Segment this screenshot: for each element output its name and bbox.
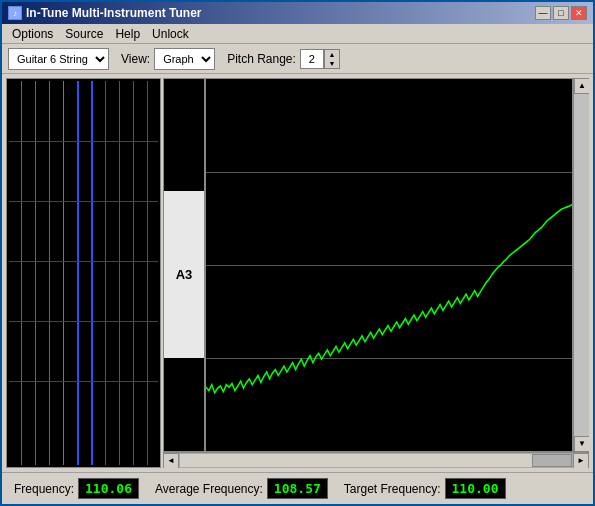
minimize-button[interactable]: —: [535, 6, 551, 20]
pitch-range-down[interactable]: ▼: [325, 59, 339, 68]
scroll-right-button[interactable]: ►: [573, 453, 589, 469]
view-group: View: Graph: [121, 48, 215, 70]
target-frequency-label: Target Frequency:: [344, 482, 441, 496]
note-labels: A3: [163, 78, 205, 452]
scroll-thumb[interactable]: [532, 454, 572, 467]
string-visualizer: [6, 78, 161, 468]
target-frequency-display: Target Frequency: 110.00: [344, 478, 506, 499]
pitch-range-spinner: 2 ▲ ▼: [300, 49, 340, 69]
frequency-label: Frequency:: [14, 482, 74, 496]
menu-bar: Options Source Help Unlock: [2, 24, 593, 44]
menu-unlock[interactable]: Unlock: [146, 25, 195, 43]
maximize-button[interactable]: □: [553, 6, 569, 20]
scrollbar-track-right[interactable]: [574, 94, 589, 436]
graph-canvas: [205, 78, 573, 452]
scrollbar-up-button[interactable]: ▲: [574, 78, 589, 94]
title-bar: ♪ In-Tune Multi-Instrument Tuner — □ ✕: [2, 2, 593, 24]
pitch-range-group: Pitch Range: 2 ▲ ▼: [227, 49, 340, 69]
status-bar: Frequency: 110.06 Average Frequency: 108…: [2, 472, 593, 504]
main-content: A3 ▲: [2, 74, 593, 472]
right-scrollbar: ▲ ▼: [573, 78, 589, 452]
main-window: ♪ In-Tune Multi-Instrument Tuner — □ ✕ O…: [0, 0, 595, 506]
instrument-group: Guitar 6 String: [8, 48, 109, 70]
frequency-value: 110.06: [78, 478, 139, 499]
close-button[interactable]: ✕: [571, 6, 587, 20]
graph-content-row: A3 ▲: [163, 78, 589, 452]
view-label: View:: [121, 52, 150, 66]
window-title: In-Tune Multi-Instrument Tuner: [26, 6, 202, 20]
scrollbar-down-button[interactable]: ▼: [574, 436, 589, 452]
pitch-range-value: 2: [300, 49, 324, 69]
menu-options[interactable]: Options: [6, 25, 59, 43]
graph-section: A3 ▲: [163, 78, 589, 468]
pitch-range-up[interactable]: ▲: [325, 50, 339, 59]
avg-frequency-display: Average Frequency: 108.57: [155, 478, 328, 499]
menu-source[interactable]: Source: [59, 25, 109, 43]
note-label-a3: A3: [176, 267, 193, 282]
target-frequency-value: 110.00: [445, 478, 506, 499]
menu-help[interactable]: Help: [109, 25, 146, 43]
view-select[interactable]: Graph: [154, 48, 215, 70]
avg-frequency-label: Average Frequency:: [155, 482, 263, 496]
scroll-track[interactable]: [179, 453, 573, 468]
toolbar: Guitar 6 String View: Graph Pitch Range:…: [2, 44, 593, 74]
title-buttons: — □ ✕: [535, 6, 587, 20]
note-label-upper-black: [164, 79, 204, 191]
instrument-select[interactable]: Guitar 6 String: [8, 48, 109, 70]
title-bar-left: ♪ In-Tune Multi-Instrument Tuner: [8, 6, 202, 20]
pitch-range-stepper[interactable]: ▲ ▼: [324, 49, 340, 69]
note-label-lower-black: [164, 358, 204, 451]
note-label-a3-area: A3: [164, 200, 204, 349]
avg-frequency-value: 108.57: [267, 478, 328, 499]
frequency-graph: [206, 79, 572, 451]
scroll-left-button[interactable]: ◄: [163, 453, 179, 469]
app-icon-symbol: ♪: [13, 9, 17, 18]
pitch-range-label: Pitch Range:: [227, 52, 296, 66]
horizontal-scrollbar: ◄ ►: [163, 452, 589, 468]
app-icon: ♪: [8, 6, 22, 20]
frequency-display: Frequency: 110.06: [14, 478, 139, 499]
